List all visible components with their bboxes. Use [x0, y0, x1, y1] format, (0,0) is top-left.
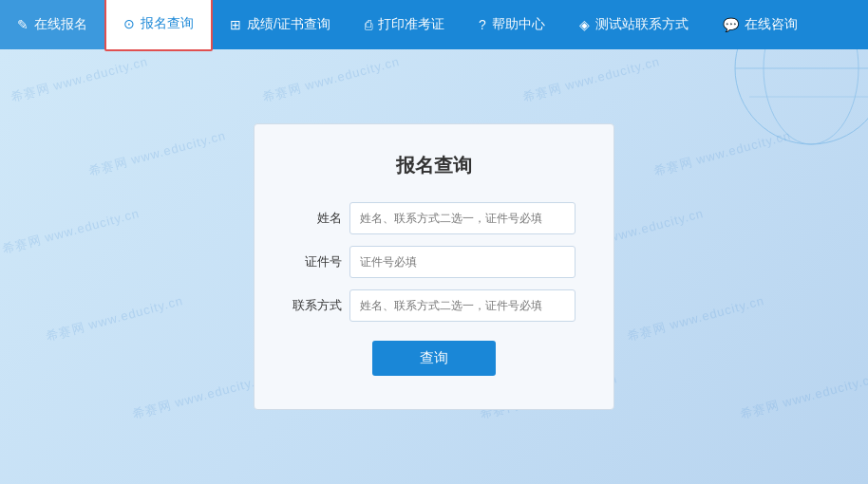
nav-label-online-register: 在线报名 — [34, 16, 87, 33]
form-row-cert: 证件号 — [292, 246, 576, 278]
form-label-contact: 联系方式 — [292, 297, 349, 314]
nav-item-test-site[interactable]: ◈测试站联系方式 — [562, 0, 706, 49]
query-button[interactable]: 查询 — [372, 341, 496, 376]
globe-decoration — [602, 49, 868, 173]
watermark-text-0: 希赛网 www.educity.cn — [9, 53, 150, 106]
form-label-name: 姓名 — [292, 210, 349, 227]
form-row-name: 姓名 — [292, 202, 576, 234]
form-label-cert: 证件号 — [292, 253, 349, 270]
nav-label-test-site: 测试站联系方式 — [595, 16, 689, 33]
watermark-text-9: 希赛网 www.educity.cn — [44, 292, 185, 345]
nav-icon-online-register: ✎ — [17, 17, 28, 32]
nav-icon-online-consult: 💬 — [723, 17, 739, 32]
form-title: 报名查询 — [292, 153, 576, 178]
watermark-text-2: 希赛网 www.educity.cn — [521, 53, 663, 106]
watermark-text-3: 希赛网 www.educity.cn — [87, 127, 229, 180]
nav-label-online-consult: 在线咨询 — [745, 16, 798, 33]
content-area: 希赛网 www.educity.cn希赛网 www.educity.cn希赛网 … — [0, 49, 868, 484]
nav-item-print-ticket[interactable]: ⎙打印准考证 — [348, 0, 462, 49]
watermark-text-6: 希赛网 www.educity.cn — [0, 205, 142, 258]
watermark-text-5: 希赛网 www.educity.cn — [651, 127, 793, 180]
form-input-contact[interactable] — [349, 289, 576, 322]
form-card: 报名查询 姓名证件号联系方式 查询 — [254, 123, 614, 410]
navbar: ✎在线报名⊙报名查询⊞成绩/证书查询⎙打印准考证?帮助中心◈测试站联系方式💬在线… — [0, 0, 868, 49]
nav-icon-register-query: ⊙ — [123, 16, 135, 31]
form-input-cert[interactable] — [349, 246, 576, 278]
nav-icon-score-cert: ⊞ — [230, 17, 241, 32]
nav-label-register-query: 报名查询 — [141, 15, 194, 32]
nav-item-help-center[interactable]: ?帮助中心 — [462, 0, 562, 49]
nav-label-help-center: 帮助中心 — [492, 16, 545, 33]
form-row-contact: 联系方式 — [292, 289, 576, 322]
nav-item-online-register[interactable]: ✎在线报名 — [0, 0, 104, 49]
nav-icon-print-ticket: ⎙ — [365, 17, 372, 32]
nav-item-online-consult[interactable]: 💬在线咨询 — [706, 0, 815, 49]
svg-point-1 — [764, 49, 859, 144]
nav-icon-help-center: ? — [479, 17, 486, 32]
nav-label-print-ticket: 打印准考证 — [378, 16, 444, 33]
nav-item-score-cert[interactable]: ⊞成绩/证书查询 — [213, 0, 348, 49]
form-input-name[interactable] — [349, 202, 576, 234]
watermark-text-12: 希赛网 www.educity.cn — [130, 370, 272, 423]
nav-icon-test-site: ◈ — [579, 17, 590, 32]
nav-label-score-cert: 成绩/证书查询 — [247, 16, 330, 33]
watermark-text-14: 希赛网 www.educity.cn — [738, 370, 868, 423]
watermark-text-11: 希赛网 www.educity.cn — [625, 292, 766, 345]
form-btn-row: 查询 — [292, 341, 576, 376]
nav-item-register-query[interactable]: ⊙报名查询 — [104, 0, 213, 51]
watermark-text-1: 希赛网 www.educity.cn — [260, 53, 402, 106]
svg-point-0 — [735, 49, 868, 144]
